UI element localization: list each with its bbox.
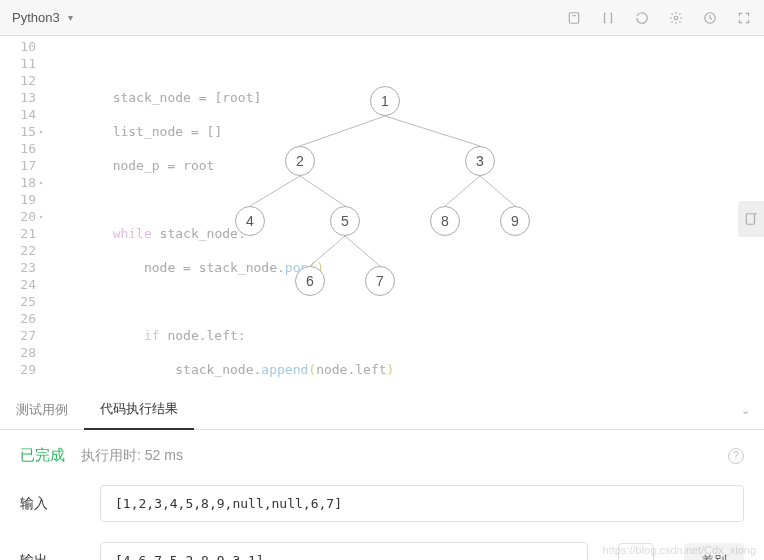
reset-icon[interactable] <box>634 10 650 26</box>
line-number: 21 <box>0 225 36 242</box>
code-area[interactable]: stack_node = [root] list_node = [] node_… <box>50 36 764 390</box>
line-number: 20 <box>0 208 36 225</box>
line-number: 16 <box>0 140 36 157</box>
output-value: [4,6,7,5,2,8,9,3,1] <box>100 542 588 560</box>
line-number: 22 <box>0 242 36 259</box>
line-number: 19 <box>0 191 36 208</box>
svg-point-2 <box>674 16 678 20</box>
input-label: 输入 <box>20 495 80 513</box>
tab-test-cases[interactable]: 测试用例 <box>0 390 84 430</box>
line-number: 27 <box>0 327 36 344</box>
status-text: 已完成 <box>20 446 65 465</box>
code-editor[interactable]: 10 11 12 13 14 15 16 17 18 19 20 21 22 2… <box>0 36 764 390</box>
collapse-panel-icon[interactable]: ⌄ <box>741 404 750 417</box>
line-number: 28 <box>0 344 36 361</box>
editor-topbar: Python3 ▾ <box>0 0 764 36</box>
fullscreen-icon[interactable] <box>736 10 752 26</box>
runtime-text: 执行用时: 52 ms <box>81 447 183 465</box>
svg-rect-12 <box>746 214 754 225</box>
watermark: https://blog.csdn.net/Cdx_xiong <box>603 544 756 556</box>
chevron-down-icon: ▾ <box>68 12 73 23</box>
side-panel-toggle[interactable] <box>738 201 764 237</box>
line-number: 13 <box>0 89 36 106</box>
line-number: 29 <box>0 361 36 378</box>
line-number: 24 <box>0 276 36 293</box>
input-value[interactable]: [1,2,3,4,5,8,9,null,null,6,7] <box>100 485 744 522</box>
line-numbers: 10 11 12 13 14 15 16 17 18 19 20 21 22 2… <box>0 36 50 390</box>
brackets-icon[interactable] <box>600 10 616 26</box>
note-icon[interactable] <box>566 10 582 26</box>
settings-icon[interactable] <box>668 10 684 26</box>
line-number: 25 <box>0 293 36 310</box>
line-number: 15 <box>0 123 36 140</box>
line-number: 18 <box>0 174 36 191</box>
result-tabs: 测试用例 代码执行结果 ⌄ <box>0 390 764 430</box>
tab-exec-result[interactable]: 代码执行结果 <box>84 390 194 430</box>
line-number: 26 <box>0 310 36 327</box>
line-number: 17 <box>0 157 36 174</box>
help-icon[interactable]: ? <box>728 448 744 464</box>
line-number: 11 <box>0 55 36 72</box>
output-label: 输出 <box>20 552 80 561</box>
line-number: 12 <box>0 72 36 89</box>
svg-rect-0 <box>569 12 578 23</box>
line-number: 10 <box>0 38 36 55</box>
language-label: Python3 <box>12 10 60 25</box>
line-number: 14 <box>0 106 36 123</box>
topbar-actions <box>566 10 752 26</box>
result-panel: 已完成 执行用时: 52 ms ? 输入 [1,2,3,4,5,8,9,null… <box>0 430 764 560</box>
language-selector[interactable]: Python3 ▾ <box>12 10 73 25</box>
history-icon[interactable] <box>702 10 718 26</box>
line-number: 23 <box>0 259 36 276</box>
